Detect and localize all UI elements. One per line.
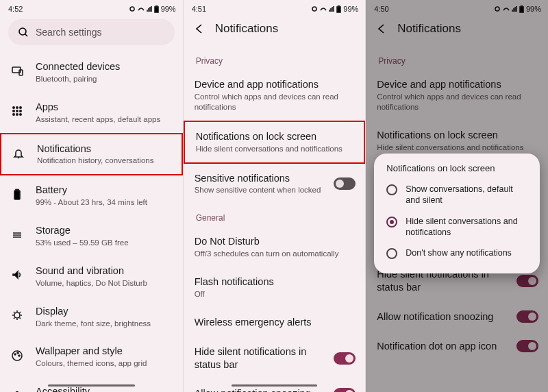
item-title: Do Not Disturb [195,235,339,248]
storage-icon [11,229,25,244]
settings-list: Connected devices Bluetooth, pairing App… [0,52,183,392]
svg-rect-1 [155,7,158,12]
search-settings[interactable]: Search settings [8,19,175,45]
toggle-switch[interactable] [334,352,356,365]
item-subtitle: Assistant, recent apps, default apps [36,114,160,125]
item-subtitle: Show sensitive content when locked [195,185,321,195]
clock: 4:51 [192,5,206,13]
list-item[interactable]: Flash notificationsOff [184,267,366,308]
item-subtitle: Off [195,289,274,299]
status-icons: 99% [311,5,358,13]
radio-option[interactable]: Show conversations, default and silent [384,179,530,211]
signal-icon [329,5,334,12]
svg-rect-24 [337,7,340,12]
radio-option[interactable]: Hide silent conversations and notificati… [384,211,530,243]
dialog-title: Notifications on lock screen [384,163,530,173]
item-subtitle: Control which apps and devices can read … [195,92,356,112]
radio-option[interactable]: Don't show any notifications [384,243,530,264]
svg-point-3 [19,28,26,35]
item-title: Apps [36,101,160,114]
list-item[interactable]: Wireless emergency alerts [184,308,366,337]
palette-icon [11,350,25,365]
svg-point-12 [13,114,14,115]
svg-point-14 [20,114,21,115]
item-title: Storage [36,224,129,237]
list-item[interactable]: Notifications on lock screenHide silent … [184,121,366,164]
svg-point-9 [13,110,14,112]
toggle-switch[interactable] [334,177,356,190]
svg-point-7 [16,107,18,108]
svg-rect-2 [155,5,157,7]
list-item[interactable]: Notifications Notification history, conv… [0,133,183,176]
notifications-pane: 4:51 99% Notifications Privacy Device an… [183,0,366,392]
item-subtitle: Colours, themed icons, app grid [36,358,147,369]
list-item[interactable]: Apps Assistant, recent apps, default app… [0,93,183,133]
item-subtitle: Notification history, conversations [37,156,153,166]
display-icon [11,309,25,324]
item-subtitle: Dark theme, font size, brightness [36,319,151,329]
svg-point-20 [17,352,18,354]
item-title: Battery [36,184,147,197]
sound-icon [11,269,25,284]
notifications-pane-dialog: 4:50 99% Notifications Privacy Device an… [365,0,548,392]
eye-icon [129,5,136,12]
list-item[interactable]: Storage 53% used – 59.59 GB free [0,216,183,256]
lock-screen-dialog: Notifications on lock screen Show conver… [374,154,540,273]
battery-icon [336,5,341,13]
battery-icon [154,5,159,13]
wifi-icon [320,5,327,12]
list-item[interactable]: Wallpaper and style Colours, themed icon… [0,336,183,377]
list-item[interactable]: Display Dark theme, font size, brightnes… [0,297,183,337]
search-icon [18,27,29,38]
list-item[interactable]: Do Not DisturbOff/3 schedules can turn o… [184,227,366,267]
radio-button-icon [386,217,397,228]
svg-point-0 [130,7,134,11]
list-item[interactable]: Hide silent notifications in status bar [184,337,366,380]
item-subtitle: 99% - About 23 hrs, 34 mins left [36,197,147,208]
search-placeholder: Search settings [36,27,102,38]
item-subtitle: Volume, haptics, Do Not Disturb [36,278,147,289]
scroll-indicator [232,384,318,387]
svg-point-13 [16,114,18,115]
eye-icon [311,5,318,12]
battery-pct: 99% [343,5,358,13]
svg-point-17 [14,313,20,318]
item-subtitle: 53% used – 59.59 GB free [36,238,129,248]
item-title: Hide silent notifications in status bar [195,345,323,371]
list-item[interactable]: Sound and vibration Volume, haptics, Do … [0,256,183,297]
radio-label: Hide silent conversations and notificati… [406,216,527,238]
radio-label: Show conversations, default and silent [406,184,527,206]
svg-point-23 [312,7,316,11]
list-item[interactable]: Device and app notificationsControl whic… [184,70,366,121]
list-item[interactable]: Connected devices Bluetooth, pairing [0,52,183,93]
grid-icon [11,105,25,120]
category-privacy: Privacy [184,47,366,70]
item-subtitle: Off/3 schedules can turn on automaticall… [195,249,339,259]
item-title: Notifications [37,143,153,156]
status-bar: 4:51 99% [184,0,366,15]
app-bar: Notifications [184,15,366,47]
radio-button-icon [386,184,397,195]
radio-button-icon [386,248,397,259]
item-title: Sensitive notifications [195,172,321,185]
devices-icon [11,64,25,79]
item-title: Wallpaper and style [36,345,147,358]
category-general: General [184,204,366,227]
clock: 4:52 [8,5,23,13]
battery-pct: 99% [161,5,176,13]
svg-point-10 [16,110,18,112]
status-icons: 99% [129,5,176,13]
a11y-icon [11,390,25,392]
settings-main-pane: 4:52 99% Search settings Connected devic… [0,0,183,392]
item-title: Allow notification snoozing [195,387,311,392]
list-item[interactable]: Sensitive notificationsShow sensitive co… [184,164,366,204]
bell-icon [12,147,26,162]
back-icon[interactable] [193,23,206,35]
toggle-switch[interactable] [334,388,356,392]
notifications-list: Privacy Device and app notificationsCont… [184,47,366,392]
svg-point-21 [18,355,20,356]
list-item[interactable]: Battery 99% - About 23 hrs, 34 mins left [0,175,183,216]
svg-rect-16 [16,189,18,191]
item-subtitle: Hide silent conversations and notificati… [196,144,342,154]
status-bar: 4:52 99% [0,0,183,15]
